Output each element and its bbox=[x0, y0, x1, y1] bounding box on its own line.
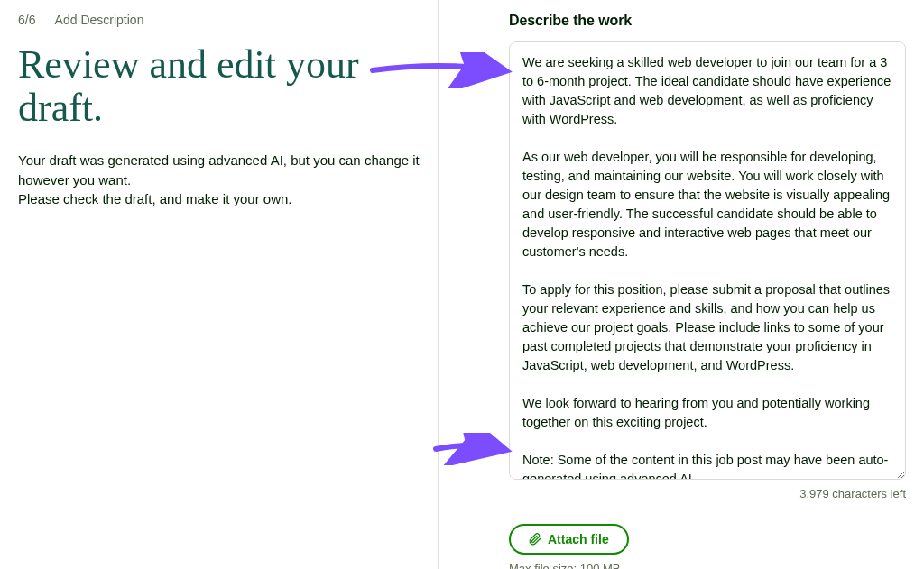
paperclip-icon bbox=[529, 533, 541, 546]
step-indicator: 6/6 bbox=[18, 13, 35, 27]
breadcrumb: 6/6 Add Description bbox=[18, 13, 420, 27]
subtitle-line-2: Please check the draft, and make it your… bbox=[18, 191, 292, 206]
description-textarea[interactable] bbox=[509, 41, 906, 480]
file-size-note: Max file size: 100 MB bbox=[509, 562, 906, 569]
char-counter: 3,979 characters left bbox=[509, 487, 906, 500]
textarea-wrapper bbox=[509, 41, 906, 483]
page-container: 6/6 Add Description Review and edit your… bbox=[0, 0, 924, 569]
breadcrumb-label: Add Description bbox=[55, 13, 144, 27]
subtitle-line-1: Your draft was generated using advanced … bbox=[18, 152, 420, 188]
page-title: Review and edit your draft. bbox=[18, 43, 420, 131]
page-subtitle: Your draft was generated using advanced … bbox=[18, 151, 420, 209]
attach-file-button[interactable]: Attach file bbox=[509, 524, 629, 555]
right-panel: Describe the work 3,979 characters left … bbox=[439, 0, 924, 569]
attach-file-label: Attach file bbox=[548, 532, 609, 546]
left-panel: 6/6 Add Description Review and edit your… bbox=[0, 0, 439, 569]
section-heading: Describe the work bbox=[509, 13, 906, 29]
